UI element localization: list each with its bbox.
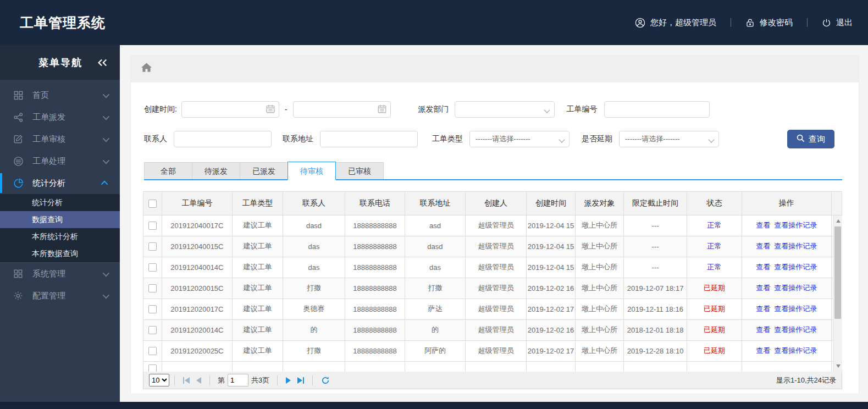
table-row: 201912020014C 建议工单 的 18888888888 的 超级管理员… <box>143 319 842 340</box>
view-log-link[interactable]: 查看操作记录 <box>774 346 817 355</box>
cell-order-type: 建议工单 <box>232 257 283 278</box>
cell-phone: 18888888888 <box>345 319 405 340</box>
scrollbar-thumb[interactable] <box>834 226 841 319</box>
search-button[interactable]: 查询 <box>787 130 834 148</box>
row-checkbox[interactable] <box>148 222 157 230</box>
sidebar-item-statistics[interactable]: 统计分析 <box>0 172 120 194</box>
sidebar-item-dispatch[interactable]: 工单派发 <box>0 106 120 128</box>
change-password-button[interactable]: 修改密码 <box>745 18 793 28</box>
cell-address: 阿萨的 <box>405 340 465 361</box>
table-row: 201912020015C 建议工单 打撒 18888888888 打撒 超级管… <box>143 278 842 299</box>
scroll-down-icon[interactable] <box>833 362 842 371</box>
view-log-link[interactable]: 查看操作记录 <box>774 305 817 313</box>
view-log-link[interactable]: 查看操作记录 <box>774 325 817 334</box>
view-log-link[interactable]: 查看操作记录 <box>774 284 817 292</box>
cell-created: 2019-12-02 17 <box>526 299 575 319</box>
sidebar-item-home[interactable]: 首页 <box>0 84 120 106</box>
prev-page-button[interactable] <box>193 377 204 384</box>
refresh-icon[interactable] <box>318 376 333 385</box>
submenu-item-local-data-query[interactable]: 本所数据查询 <box>0 245 120 262</box>
scroll-up-icon[interactable] <box>833 217 842 225</box>
sidebar-header: 菜单导航 <box>0 45 120 80</box>
cell-deadline: 2019-12-11 18:16 <box>623 299 687 319</box>
cell-status: 已延期 <box>687 278 742 299</box>
tab-dispatched[interactable]: 已派发 <box>240 162 288 179</box>
orders-table-container: 工单编号 工单类型 联系人 联系电话 联系地址 创建人 创建时间 派发对象 限定… <box>143 191 842 372</box>
sidebar-item-config[interactable]: 配置管理 <box>0 285 120 307</box>
col-actions: 操作 <box>742 192 831 215</box>
address-input[interactable] <box>320 131 418 147</box>
submenu-item-data-query[interactable]: 数据查询 <box>0 211 120 228</box>
view-link[interactable]: 查看 <box>756 242 770 250</box>
table-scrollbar[interactable] <box>833 215 842 372</box>
col-order-type: 工单类型 <box>232 192 283 215</box>
lock-icon <box>745 18 755 27</box>
home-icon[interactable] <box>141 62 152 75</box>
view-link[interactable]: 查看 <box>756 346 770 355</box>
row-checkbox[interactable] <box>148 364 157 372</box>
order-no-input[interactable] <box>604 101 710 118</box>
order-type-select[interactable]: -------请选择------- <box>469 131 570 147</box>
app-title: 工单管理系统 <box>20 14 106 32</box>
user-greeting[interactable]: 您好，超级管理员 <box>635 18 716 28</box>
cell-creator: 超级管理员 <box>465 215 526 236</box>
view-link[interactable]: 查看 <box>756 221 770 229</box>
tab-pending-dispatch[interactable]: 待派发 <box>192 162 240 179</box>
cell-contact: das <box>283 236 345 257</box>
gear-icon <box>12 290 24 302</box>
submenu-item-local-statistics[interactable]: 本所统计分析 <box>0 228 120 245</box>
col-creator: 创建人 <box>465 192 526 215</box>
sidebar-item-system[interactable]: 系统管理 <box>0 263 120 285</box>
create-time-start-input[interactable] <box>181 101 279 118</box>
cell-contact: 奥德赛 <box>283 299 345 319</box>
view-log-link[interactable]: 查看操作记录 <box>774 242 817 250</box>
table-row-partial <box>143 361 842 372</box>
first-page-button[interactable] <box>180 377 193 384</box>
create-time-end-input[interactable] <box>293 101 391 118</box>
calendar-icon[interactable] <box>266 104 275 115</box>
view-link[interactable]: 查看 <box>756 284 770 292</box>
sidebar-item-process[interactable]: 工单处理 <box>0 150 120 172</box>
tab-reviewed[interactable]: 已审核 <box>335 162 384 179</box>
cell-deadline: --- <box>623 215 687 236</box>
cell-order-type: 建议工单 <box>232 319 283 340</box>
user-circle-icon <box>635 18 645 28</box>
page-number-input[interactable] <box>228 374 248 386</box>
cell-order-no: 201912040017C <box>162 215 233 236</box>
cell-contact: dasd <box>283 215 345 236</box>
tab-pending-review[interactable]: 待审核 <box>288 162 336 180</box>
row-checkbox[interactable] <box>148 347 157 355</box>
submenu-item-statistics-analysis[interactable]: 统计分析 <box>0 194 120 211</box>
select-all-checkbox[interactable] <box>148 200 157 208</box>
view-link[interactable]: 查看 <box>756 325 770 334</box>
row-checkbox[interactable] <box>148 284 157 292</box>
sidebar-item-review[interactable]: 工单审核 <box>0 128 120 150</box>
view-link[interactable]: 查看 <box>756 263 770 271</box>
double-chevron-left-icon[interactable] <box>97 58 108 67</box>
dispatch-dept-select[interactable] <box>455 101 555 118</box>
next-page-button[interactable] <box>283 377 294 384</box>
tab-all[interactable]: 全部 <box>144 162 192 179</box>
filter-row-1: 创建时间: - <box>144 101 834 118</box>
cell-address: 萨达 <box>405 299 465 319</box>
logout-button[interactable]: 退出 <box>822 18 853 28</box>
view-log-link[interactable]: 查看操作记录 <box>774 263 817 271</box>
row-checkbox[interactable] <box>148 263 157 272</box>
row-checkbox[interactable] <box>148 305 157 313</box>
cell-phone: 18888888888 <box>345 299 405 319</box>
contact-input[interactable] <box>174 131 272 147</box>
orders-table: 工单编号 工单类型 联系人 联系电话 联系地址 创建人 创建时间 派发对象 限定… <box>143 192 842 372</box>
view-log-link[interactable]: 查看操作记录 <box>774 221 817 229</box>
view-link[interactable]: 查看 <box>756 305 770 313</box>
row-checkbox[interactable] <box>148 326 157 334</box>
row-checkbox[interactable] <box>148 242 157 251</box>
header-divider <box>731 18 731 27</box>
delay-select[interactable]: -------请选择------- <box>619 131 719 147</box>
page-size-select[interactable]: 10 <box>149 374 169 386</box>
calendar-icon[interactable] <box>377 104 387 115</box>
col-status: 状态 <box>687 192 742 215</box>
sidebar: 菜单导航 首页 <box>0 45 120 402</box>
page-prefix: 第 <box>218 375 225 385</box>
last-page-button[interactable] <box>294 377 307 384</box>
cell-status: 正常 <box>687 257 742 278</box>
